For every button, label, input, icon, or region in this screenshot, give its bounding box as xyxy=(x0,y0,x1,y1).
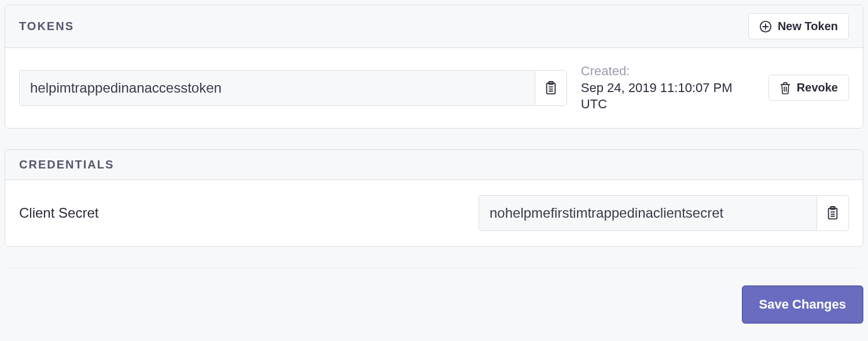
credentials-card-header: CREDENTIALS xyxy=(5,150,863,180)
tokens-card-header: TOKENS New Token xyxy=(5,5,863,48)
revoke-token-button[interactable]: Revoke xyxy=(768,75,849,101)
save-changes-button[interactable]: Save Changes xyxy=(742,285,863,324)
trash-icon xyxy=(779,82,791,94)
new-token-label: New Token xyxy=(778,20,838,33)
clipboard-icon xyxy=(545,80,557,96)
copy-client-secret-button[interactable] xyxy=(816,195,849,231)
client-secret-input-group xyxy=(479,195,849,231)
client-secret-label: Client Secret xyxy=(19,205,98,221)
client-secret-input[interactable] xyxy=(479,195,816,231)
revoke-label: Revoke xyxy=(797,81,838,94)
new-token-button[interactable]: New Token xyxy=(748,13,849,39)
token-value-input[interactable] xyxy=(19,70,535,106)
token-created-block: Created: Sep 24, 2019 11:10:07 PM UTC xyxy=(581,63,755,113)
token-input-group xyxy=(19,70,567,106)
token-created-date: Sep 24, 2019 11:10:07 PM UTC xyxy=(581,80,755,113)
plus-circle-icon xyxy=(759,20,772,33)
token-row: Created: Sep 24, 2019 11:10:07 PM UTC Re… xyxy=(19,63,849,113)
credentials-title: CREDENTIALS xyxy=(19,158,114,171)
tokens-card: TOKENS New Token Created: Sep 24, 2019 1… xyxy=(5,5,863,129)
client-secret-row: Client Secret xyxy=(19,195,849,231)
footer-actions: Save Changes xyxy=(5,285,863,324)
clipboard-icon xyxy=(826,206,839,221)
token-created-label: Created: xyxy=(581,63,755,80)
divider-line xyxy=(5,267,863,268)
credentials-body: Client Secret xyxy=(5,180,863,246)
tokens-body: Created: Sep 24, 2019 11:10:07 PM UTC Re… xyxy=(5,48,863,128)
credentials-card: CREDENTIALS Client Secret xyxy=(5,149,863,247)
tokens-title: TOKENS xyxy=(19,20,74,33)
copy-token-button[interactable] xyxy=(535,70,567,106)
